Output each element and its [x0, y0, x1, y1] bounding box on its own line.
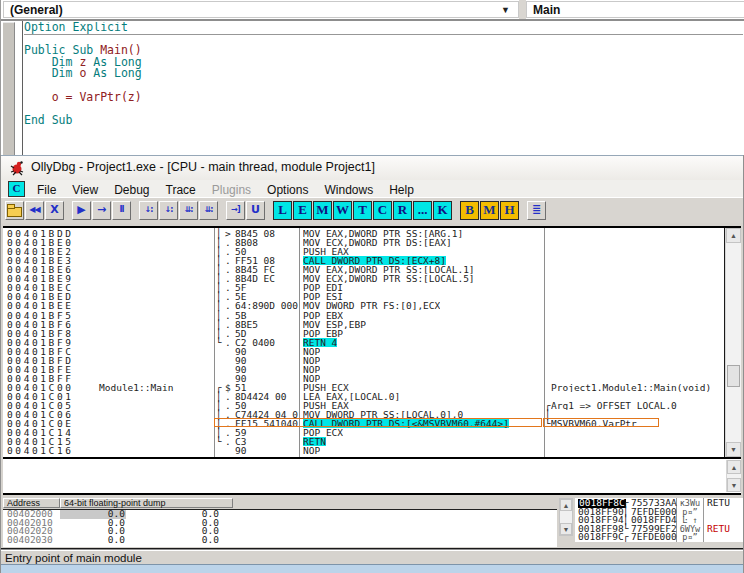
scroll-up-icon[interactable]: ▲: [727, 460, 741, 474]
execute-till-return-button[interactable]: →]: [226, 201, 245, 220]
margin-indicator-bar[interactable]: [3, 22, 15, 156]
disasm-row[interactable]: 00401C00Module1::Main┌$51PUSH ECXProject…: [3, 383, 723, 392]
menu-item-windows[interactable]: Windows: [316, 182, 381, 198]
disasm-row[interactable]: 00401BFE90NOP: [3, 365, 723, 374]
code-line[interactable]: Dim o As Long: [24, 68, 743, 80]
disasm-row[interactable]: 00401BEC│.5FPOP EDI: [3, 283, 723, 292]
disasm-row[interactable]: 00401BE0│.8B08MOV ECX,DWORD PTR DS:[EAX]: [3, 238, 723, 247]
open-file-button[interactable]: [5, 201, 24, 220]
code-segment: Option Explicit: [24, 22, 128, 34]
disasm-row[interactable]: 00401BEE│.64:890D 00000000MOV DWORD PTR …: [3, 301, 723, 310]
dump-row[interactable]: 004020100.00.0: [3, 519, 557, 528]
step-into-button[interactable]: ↓:: [139, 201, 158, 220]
scroll-down-icon[interactable]: ▼: [726, 442, 741, 457]
dump-pane[interactable]: Address 64-bit floating-point dump 00402…: [3, 498, 557, 547]
stack-row[interactable]: 0018FF9C┌7EFDE000p¤”: [575, 533, 743, 542]
selection-frame: [214, 418, 542, 427]
menu-item-trace[interactable]: Trace: [158, 182, 204, 198]
vb-code[interactable]: Option ExplicitPublic Sub Main() Dim z A…: [24, 22, 743, 154]
info-pane[interactable]: ▲ ▼: [3, 459, 741, 495]
title-bar[interactable]: OllyDbg - Project1.exe - [CPU - main thr…: [1, 155, 743, 182]
stack-value: 7EFDE000: [631, 533, 677, 542]
disasm-row[interactable]: 00401BF5│.5BPOP EBX: [3, 311, 723, 320]
disasm-row[interactable]: 00401C05│.50PUSH EAX┌Arg1 => OFFSET LOCA…: [3, 401, 723, 410]
dump-header-format[interactable]: 64-bit floating-point dump: [60, 498, 233, 508]
disasm-row[interactable]: 00401BFC90NOP: [3, 347, 723, 356]
scroll-up-icon[interactable]: ▲: [726, 228, 741, 243]
run-trace-window-button[interactable]: ...: [413, 201, 432, 220]
disasm-instruction: PUSH EAX: [303, 401, 349, 410]
dump-row[interactable]: 004020200.00.0: [3, 527, 557, 536]
memory-breakpoints-window-button[interactable]: M: [480, 201, 499, 220]
windows-window-button[interactable]: W: [333, 201, 352, 220]
code-line[interactable]: o = VarPtr(z): [24, 92, 743, 104]
disasm-hex: 5B: [235, 311, 298, 320]
step-over-button[interactable]: ↓:: [159, 201, 178, 220]
rewind-button[interactable]: ◀◀: [25, 201, 44, 220]
run-button[interactable]: ▶: [72, 201, 91, 220]
close-button[interactable]: X: [45, 201, 64, 220]
code-line[interactable]: Option Explicit: [24, 22, 743, 34]
menu-item-view[interactable]: View: [64, 182, 106, 198]
dump-value: 0.0: [61, 536, 125, 545]
scrollbar-thumb[interactable]: [727, 365, 740, 387]
disasm-scrollbar[interactable]: ▲ ▼: [725, 228, 741, 457]
disasm-row[interactable]: 00401BE2│.50PUSH EAX: [3, 247, 723, 256]
run-thread-button[interactable]: →: [92, 201, 111, 220]
scroll-down-icon[interactable]: ▼: [560, 523, 572, 535]
cpu-window-button[interactable]: C: [373, 201, 392, 220]
disasm-row[interactable]: 00401BFD90NOP: [3, 356, 723, 365]
menu-item-debug[interactable]: Debug: [106, 182, 157, 198]
cpu-window-icon[interactable]: C: [8, 181, 25, 197]
trace-into-button[interactable]: ⇊:: [179, 201, 198, 220]
disasm-row[interactable]: 00401C0E│.FF15 54104000CALL DWORD PTR DS…: [3, 419, 723, 428]
executables-window-button[interactable]: E: [293, 201, 312, 220]
dump-header-address[interactable]: Address: [3, 498, 60, 508]
disasm-row[interactable]: 00401C14│.59POP ECX: [3, 428, 723, 437]
procedure-dropdown[interactable]: Main: [526, 1, 744, 18]
code-line[interactable]: End Sub: [24, 115, 743, 127]
bookmarks-window-button[interactable]: K: [433, 201, 452, 220]
disasm-row[interactable]: 00401C15└.C3RETN: [3, 437, 723, 446]
log-window-button[interactable]: L: [273, 201, 292, 220]
stack-address: 0018FF9C: [578, 533, 624, 542]
disasm-row[interactable]: 00401BE6│.8B45 FCMOV EAX,DWORD PTR SS:[L…: [3, 265, 723, 274]
dump-row[interactable]: 004020300.00.0: [3, 536, 557, 545]
disasm-row[interactable]: 00401BF9└.C2 0400RETN 4: [3, 338, 723, 347]
memory-window-button[interactable]: M: [313, 201, 332, 220]
stack-scrollbar[interactable]: ▲ ▼: [559, 498, 573, 536]
disasm-row[interactable]: 00401C01│.8D4424 00LEA EAX,[LOCAL.0]: [3, 392, 723, 401]
menu-item-plugins[interactable]: Plugins: [204, 182, 259, 198]
disasm-row[interactable]: 00401BE3│.FF51 08CALL DWORD PTR DS:[ECX+…: [3, 256, 723, 265]
options-list-button[interactable]: ≣: [527, 201, 546, 220]
go-to-user-code-button[interactable]: U: [246, 201, 265, 220]
code-line[interactable]: [24, 103, 743, 115]
references-window-button[interactable]: R: [393, 201, 412, 220]
scroll-down-icon[interactable]: ▼: [727, 478, 741, 492]
hardware-breakpoints-window-button[interactable]: H: [500, 201, 519, 220]
disasm-row[interactable]: 00401BF6│.8BE5MOV ESP,EBP: [3, 320, 723, 329]
chevron-down-icon[interactable]: ▼: [501, 5, 510, 15]
menu-item-help[interactable]: Help: [381, 182, 422, 198]
dump-row[interactable]: 004020000.00.0: [3, 510, 557, 519]
scroll-up-icon[interactable]: ▲: [560, 499, 572, 511]
stack-pane[interactable]: 0018FF8C┌755733AAк3WuRETU0018FF90│7EFDE0…: [575, 498, 743, 542]
menu-item-options[interactable]: Options: [259, 182, 316, 198]
disasm-row[interactable]: 00401BED│.5EPOP ESI: [3, 292, 723, 301]
threads-window-button[interactable]: T: [353, 201, 372, 220]
disasm-instruction: POP ECX: [303, 428, 343, 437]
disasm-row[interactable]: 00401BF8│.5DPOP EBP: [3, 329, 723, 338]
disasm-row[interactable]: 00401BDD│>8B45 08MOV EAX,DWORD PTR SS:[A…: [3, 229, 723, 238]
disassembly-pane[interactable]: 00401BDD│>8B45 08MOV EAX,DWORD PTR SS:[A…: [3, 226, 741, 459]
disasm-hex: 5F: [235, 283, 298, 292]
menu-item-file[interactable]: File: [29, 182, 64, 198]
disasm-row[interactable]: 00401C1690NOP: [3, 446, 723, 455]
disasm-instruction: LEA EAX,[LOCAL.0]: [303, 392, 400, 401]
trace-over-button[interactable]: ⇊:: [199, 201, 218, 220]
info-scrollbar[interactable]: ▲ ▼: [726, 460, 741, 492]
disasm-row[interactable]: 00401BE9│.8B4D ECMOV ECX,DWORD PTR SS:[L…: [3, 274, 723, 283]
breakpoints-window-button[interactable]: B: [460, 201, 479, 220]
disasm-instruction: MOV ESP,EBP: [303, 320, 366, 329]
pause-button[interactable]: II: [112, 201, 131, 220]
object-dropdown[interactable]: (General) ▼: [3, 1, 519, 18]
